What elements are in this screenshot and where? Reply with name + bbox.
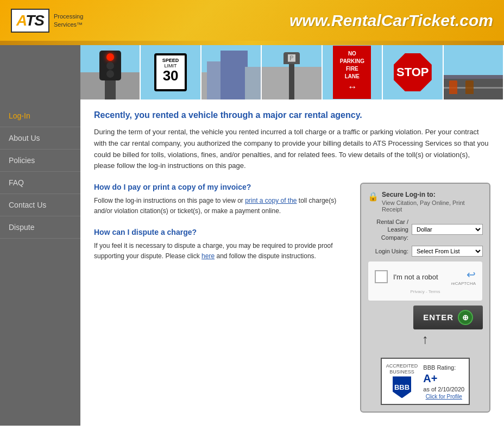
bbb-shield-text: BBB <box>394 383 410 391</box>
light-red <box>106 53 114 61</box>
lock-icon: 🔒 <box>368 191 379 202</box>
stop-sign: STOP <box>394 53 432 91</box>
dispute-link[interactable]: here <box>201 252 215 260</box>
recaptcha-checkbox[interactable] <box>375 270 388 283</box>
sidebar: Log-In About Us Policies FAQ Contact Us … <box>0 99 80 426</box>
building-2 <box>220 51 248 99</box>
sidebar-item-login[interactable]: Log-In <box>0 105 80 127</box>
bbb-accredited: ACCREDITEDBUSINESS <box>386 363 418 375</box>
rental-label: Rental Car /LeasingCompany: <box>368 218 408 241</box>
bbb-logo: ACCREDITEDBUSINESS BBB <box>386 363 418 400</box>
light-yellow <box>106 62 114 70</box>
logo-ats-text: ATS <box>16 12 44 29</box>
arrow-indicator: ↑ <box>368 332 483 347</box>
login-header: 🔒 Secure Log-in to: View Citation, Pay O… <box>368 190 483 213</box>
sidebar-item-dispute[interactable]: Dispute <box>0 216 80 239</box>
meter-pole <box>289 64 294 99</box>
intro-title: Recently, you rented a vehicle through a… <box>94 110 490 120</box>
header-border <box>0 41 504 45</box>
bbb-rating-date: as of 2/10/2020 <box>423 385 464 394</box>
sidebar-item-faq[interactable]: FAQ <box>0 172 80 194</box>
light-green <box>106 70 114 78</box>
bbb-rating-grade: A+ <box>423 372 464 385</box>
photo-buildings <box>201 45 262 99</box>
recaptcha-box: I'm not a robot ↩ reCAPTCHA Privacy - Te… <box>368 261 483 301</box>
enter-icon: ⊕ <box>458 310 473 325</box>
main-content: Recently, you rented a vehicle through a… <box>80 99 504 426</box>
rental-company-row: Rental Car /LeasingCompany: Dollar Enter… <box>368 218 483 241</box>
header-url: www.RentalCarTicket.com <box>289 11 493 30</box>
section2-title: How can I dispute a charge? <box>94 228 349 236</box>
photo-traffic-light <box>80 45 141 99</box>
enter-button[interactable]: ENTER ⊕ <box>413 306 483 329</box>
recaptcha-footer: Privacy - Terms <box>411 289 440 294</box>
secure-label: Secure Log-in to: <box>382 190 483 200</box>
sidebar-item-policies[interactable]: Policies <box>0 149 80 172</box>
bbb-shield: BBB <box>393 376 411 398</box>
bbb-area: ACCREDITEDBUSINESS BBB BBB Rating: A+ as… <box>368 358 483 406</box>
traffic-light-box <box>99 51 121 80</box>
enter-label: ENTER <box>423 313 453 322</box>
bbb-rating-info: BBB Rating: A+ as of 2/10/2020 Click for… <box>423 363 464 400</box>
recaptcha-label: I'm not a robot <box>393 273 443 281</box>
photo-highway <box>444 45 504 99</box>
sidebar-photo-spacer <box>0 45 80 99</box>
logo-tagline: Processing Services™ <box>54 13 83 28</box>
bbb-click-link[interactable]: Click for Profile <box>423 394 464 400</box>
photo-meter: 🅿 <box>262 45 322 99</box>
left-content: How do I pay or print a copy of my invoi… <box>94 183 349 272</box>
photo-stop: STOP <box>383 45 443 99</box>
login-box: 🔒 Secure Log-in to: View Citation, Pay O… <box>360 183 490 413</box>
recaptcha-logo-icon: ↩ <box>467 268 476 281</box>
building-3 <box>245 67 262 99</box>
login-using-select[interactable]: Select From List Invoice Number License … <box>412 246 483 257</box>
secure-sub: View Citation, Pay Online, Print Receipt <box>382 200 483 213</box>
speed-sign: SPEED LIMIT 30 <box>154 53 187 91</box>
photo-no-parking: NO PARKING FIRE LANE ↔ <box>323 45 383 99</box>
no-parking-sign: NO PARKING FIRE LANE ↔ <box>333 46 371 98</box>
header: ATS Processing Services™ www.RentalCarTi… <box>0 0 504 41</box>
layout: Log-In About Us Policies FAQ Contact Us … <box>0 99 504 426</box>
bbb-rating-label: BBB Rating: <box>423 363 464 372</box>
meter-head: 🅿 <box>284 52 300 64</box>
meter-icon: 🅿 <box>288 54 295 63</box>
section2-desc: If you feel it is necessary to dispute a… <box>94 241 349 261</box>
login-using-row: Login Using: Select From List Invoice Nu… <box>368 246 483 257</box>
recaptcha-logo-area: ↩ reCAPTCHA <box>449 268 476 286</box>
sidebar-item-contact[interactable]: Contact Us <box>0 194 80 216</box>
bbb-shield-container: BBB <box>393 376 411 398</box>
intro-desc: During the term of your rental, the vehi… <box>94 127 490 172</box>
recaptcha-branding: reCAPTCHA <box>451 281 476 286</box>
sidebar-item-about[interactable]: About Us <box>0 127 80 149</box>
rental-company-select[interactable]: Dollar Enterprise Hertz Avis Budget Alam… <box>412 224 483 235</box>
car-2 <box>465 80 474 94</box>
meter-assembly: 🅿 <box>284 52 300 99</box>
bbb-badge[interactable]: ACCREDITEDBUSINESS BBB BBB Rating: A+ as… <box>381 358 470 406</box>
photo-strip: SPEED LIMIT 30 🅿 NO PARKING <box>80 45 504 99</box>
section1-desc: Follow the log-in instructions on this p… <box>94 196 349 216</box>
photo-speed-sign: SPEED LIMIT 30 <box>141 45 201 99</box>
logo-box: ATS <box>11 9 49 33</box>
content-area: How do I pay or print a copy of my invoi… <box>94 183 490 413</box>
car-1 <box>449 80 457 94</box>
print-link[interactable]: print a copy of the <box>245 197 297 204</box>
section1-title: How do I pay or print a copy of my invoi… <box>94 183 349 191</box>
logo-area: ATS Processing Services™ <box>11 9 83 33</box>
login-using-label: Login Using: <box>368 247 408 255</box>
enter-btn-area: ENTER ⊕ <box>368 306 483 329</box>
